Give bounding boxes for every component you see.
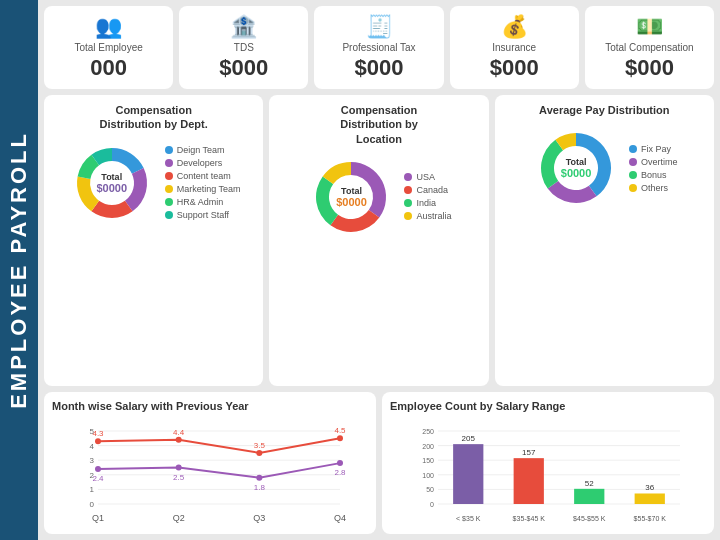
svg-text:157: 157 [522,448,536,457]
donut-area-location: Total$0000USACanadaIndiaAustralia [277,152,480,242]
total-employee-value: 000 [90,55,127,81]
legend-dot [165,211,173,219]
legend-item: HR& Admin [165,197,241,207]
svg-point-12 [95,438,101,444]
donut-label-location: Total$0000 [336,186,367,208]
bar-chart-svg: 050100150200250205< $35 K157$35-$45 K52$… [390,416,706,526]
svg-point-16 [256,450,262,456]
svg-text:$45-$55 K: $45-$55 K [573,515,606,522]
tds-value: $000 [219,55,268,81]
legend-label: Support Staff [177,210,229,220]
svg-text:Q1: Q1 [92,513,104,523]
bar-chart-area: 050100150200250205< $35 K157$35-$45 K52$… [390,416,706,526]
donut-label-avg-pay: Total$0000 [561,157,592,179]
line-chart-card: Month wise Salary with Previous Year 012… [44,392,376,534]
legend-dot [165,146,173,154]
legend-dot [165,172,173,180]
svg-text:2.8: 2.8 [334,468,346,477]
chart-title-dept: Compensation Distribution by Dept. [100,103,208,132]
kpi-card-tds: 🏦TDS$000 [179,6,308,89]
legend-item: India [404,198,451,208]
legend-label: Content team [177,171,231,181]
svg-text:Q2: Q2 [173,513,185,523]
svg-text:4.3: 4.3 [92,429,104,438]
legend-item: Developers [165,158,241,168]
legend-item: Marketing Team [165,184,241,194]
legend-label: Fix Pay [641,144,671,154]
legend-item: Others [629,183,678,193]
chart-title-location: Compensation Distribution by Location [340,103,418,146]
legend-label: Developers [177,158,223,168]
legend-item: Fix Pay [629,144,678,154]
svg-point-22 [176,465,182,471]
legend-dot [165,159,173,167]
kpi-card-professional-tax: 🧾Professional Tax$000 [314,6,443,89]
sidebar-title: EMPLOYEE PAYROLL [6,131,32,409]
legend-item: Content team [165,171,241,181]
donut-container-dept: Total$0000 [67,138,157,228]
legend-label: Bonus [641,170,667,180]
kpi-card-total-compensation: 💵Total Compensation$000 [585,6,714,89]
chart-title-avg-pay: Average Pay Distribution [539,103,669,117]
total-compensation-icon: 💵 [636,14,663,40]
line-chart-svg: 0123454.34.43.54.52.42.51.82.8Q1Q2Q3Q4 [52,416,368,526]
donut-area-avg-pay: Total$0000Fix PayOvertimeBonusOthers [503,123,706,213]
svg-rect-53 [635,493,665,504]
legend-dot [404,199,412,207]
svg-rect-47 [514,458,544,504]
svg-text:250: 250 [422,428,434,435]
chart-card-location: Compensation Distribution by LocationTot… [269,95,488,386]
sidebar: EMPLOYEE PAYROLL [0,0,38,540]
insurance-label: Insurance [492,42,536,53]
legend-label: Marketing Team [177,184,241,194]
svg-text:0: 0 [430,501,434,508]
svg-text:$55-$70 K: $55-$70 K [634,515,667,522]
legend-location: USACanadaIndiaAustralia [404,172,451,221]
svg-text:52: 52 [585,479,594,488]
total-employee-label: Total Employee [74,42,142,53]
legend-dot [629,145,637,153]
svg-text:50: 50 [426,486,434,493]
svg-text:1.8: 1.8 [254,483,266,492]
svg-text:4.5: 4.5 [334,426,346,435]
line-chart-area: 0123454.34.43.54.52.42.51.82.8Q1Q2Q3Q4 [52,416,368,526]
kpi-row: 👥Total Employee000🏦TDS$000🧾Professional … [44,6,714,89]
insurance-icon: 💰 [501,14,528,40]
legend-dot [629,184,637,192]
donut-area-dept: Total$0000Deign TeamDevelopersContent te… [52,138,255,228]
svg-text:$35-$45 K: $35-$45 K [513,515,546,522]
donut-label-dept: Total$0000 [96,172,127,194]
bottom-row: Month wise Salary with Previous Year 012… [44,392,714,534]
svg-text:3: 3 [90,456,95,465]
bar-chart-card: Employee Count by Salary Range 050100150… [382,392,714,534]
svg-text:36: 36 [645,483,654,492]
professional-tax-icon: 🧾 [366,14,393,40]
legend-label: Overtime [641,157,678,167]
svg-text:0: 0 [90,500,95,509]
legend-label: India [416,198,436,208]
total-compensation-value: $000 [625,55,674,81]
svg-text:3.5: 3.5 [254,441,266,450]
legend-dot [165,198,173,206]
svg-text:< $35 K: < $35 K [456,515,481,522]
donut-container-location: Total$0000 [306,152,396,242]
legend-label: USA [416,172,435,182]
svg-text:1: 1 [90,485,95,494]
legend-label: Canada [416,185,448,195]
svg-point-24 [256,475,262,481]
chart-card-dept: Compensation Distribution by Dept.Total$… [44,95,263,386]
legend-dot [629,158,637,166]
legend-item: Bonus [629,170,678,180]
svg-text:150: 150 [422,457,434,464]
legend-dot [404,173,412,181]
main-content: 👥Total Employee000🏦TDS$000🧾Professional … [38,0,720,540]
professional-tax-value: $000 [355,55,404,81]
professional-tax-label: Professional Tax [342,42,415,53]
svg-rect-50 [574,489,604,504]
legend-label: Deign Team [177,145,225,155]
svg-text:Q4: Q4 [334,513,346,523]
legend-label: HR& Admin [177,197,224,207]
middle-row: Compensation Distribution by Dept.Total$… [44,95,714,386]
svg-text:2.5: 2.5 [173,473,185,482]
svg-text:205: 205 [462,434,476,443]
